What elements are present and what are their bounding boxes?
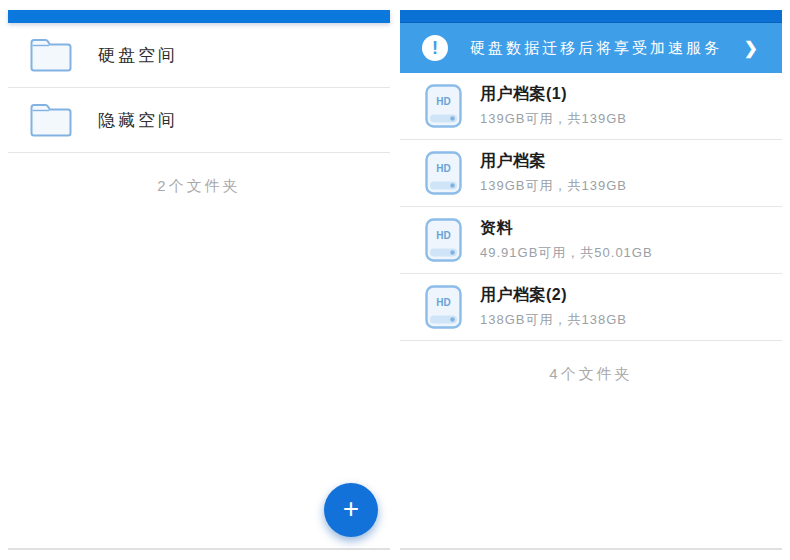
drive-row-3[interactable]: HD 资料 49.91GB可用，共50.01GB	[400, 207, 782, 274]
drive-title: 用户档案(2)	[480, 285, 627, 306]
drive-title: 资料	[480, 218, 653, 239]
drive-text: 用户档案(1) 139GB可用，共139GB	[480, 84, 627, 128]
hard-drive-icon: HD	[425, 84, 462, 128]
drive-subtitle: 139GB可用，共139GB	[480, 177, 627, 195]
folder-row-1[interactable]: 硬盘空间	[8, 23, 390, 88]
drive-row-1[interactable]: HD 用户档案(1) 139GB可用，共139GB	[400, 73, 782, 140]
alert-glyph: !	[432, 38, 438, 59]
alert-icon: !	[422, 35, 448, 61]
screenshot-canvas: 硬盘空间 隐藏空间 2个文件夹 + ! 硬盘数据迁移后将享受加速服务 ❯	[0, 0, 790, 560]
hard-drive-icon: HD	[425, 151, 462, 195]
banner-text: 硬盘数据迁移后将享受加速服务	[448, 39, 744, 58]
add-folder-button[interactable]: +	[324, 483, 378, 537]
folder-count-label: 2个文件夹	[8, 153, 390, 196]
drive-subtitle: 49.91GB可用，共50.01GB	[480, 244, 653, 262]
drive-title: 用户档案	[480, 151, 627, 172]
drive-text: 用户档案(2) 138GB可用，共138GB	[480, 285, 627, 329]
migration-notice-banner[interactable]: ! 硬盘数据迁移后将享受加速服务 ❯	[400, 23, 782, 73]
drive-subtitle: 139GB可用，共139GB	[480, 110, 627, 128]
drive-subtitle: 138GB可用，共138GB	[480, 311, 627, 329]
folder-row-2[interactable]: 隐藏空间	[8, 88, 390, 153]
folder-count-label: 4个文件夹	[400, 341, 782, 384]
hard-drive-icon: HD	[425, 285, 462, 329]
folder-icon	[30, 38, 72, 73]
folder-name: 隐藏空间	[98, 109, 178, 132]
drive-text: 资料 49.91GB可用，共50.01GB	[480, 218, 653, 262]
status-bar	[8, 10, 390, 23]
hd-icon-label: HD	[436, 163, 450, 174]
folder-icon	[30, 103, 72, 138]
drive-list-screen: ! 硬盘数据迁移后将享受加速服务 ❯ HD 用户档案(1) 139GB可用，共1…	[400, 10, 782, 550]
folder-name: 硬盘空间	[98, 44, 178, 67]
drive-row-2[interactable]: HD 用户档案 139GB可用，共139GB	[400, 140, 782, 207]
plus-icon: +	[343, 495, 359, 523]
chevron-right-icon: ❯	[744, 38, 758, 59]
hd-icon-label: HD	[436, 230, 450, 241]
hd-icon-label: HD	[436, 297, 450, 308]
status-bar	[400, 10, 782, 23]
drive-title: 用户档案(1)	[480, 84, 627, 105]
drive-text: 用户档案 139GB可用，共139GB	[480, 151, 627, 195]
drive-row-4[interactable]: HD 用户档案(2) 138GB可用，共138GB	[400, 274, 782, 341]
hard-drive-icon: HD	[425, 218, 462, 262]
hd-icon-label: HD	[436, 96, 450, 107]
folder-list-screen: 硬盘空间 隐藏空间 2个文件夹 +	[8, 10, 390, 550]
